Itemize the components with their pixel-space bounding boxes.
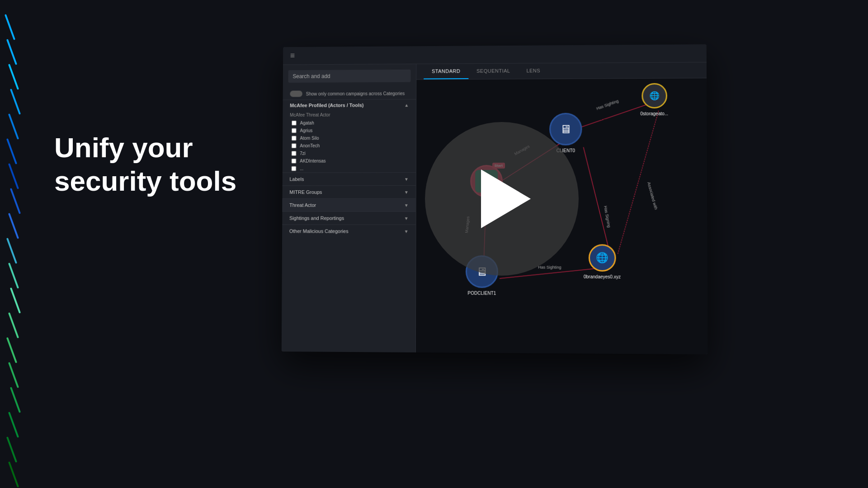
slash-line-11 [10, 287, 21, 314]
checkbox-7zi[interactable]: 7zi [283, 149, 416, 157]
node-0storageato: 🌐 0storageato... [640, 83, 668, 116]
hero-line2: security tools [54, 165, 236, 197]
slash-line-0 [5, 14, 15, 40]
edge-label-has-sighting1: Has Sighting [596, 99, 619, 111]
chevron-up-icon: ▲ [404, 103, 409, 108]
slash-line-15 [10, 387, 21, 413]
section-sightings-label: Sightings and Reportings [289, 216, 344, 221]
hero-text: Unify your security tools [54, 131, 236, 198]
checkbox-anontech-input[interactable] [292, 143, 297, 148]
tab-sequential[interactable]: SEQUENTIAL [468, 64, 518, 79]
chevron-down-malicious-icon: ▼ [404, 229, 409, 234]
slash-line-3 [10, 89, 21, 115]
checkbox-anontech[interactable]: AnonTech [283, 142, 416, 150]
slash-line-1 [6, 39, 17, 65]
section-labels-label: Labels [289, 176, 304, 182]
slash-line-17 [6, 436, 17, 463]
label-extra: ... [300, 166, 303, 171]
tab-bar: STANDARD SEQUENTIAL LENS [416, 62, 707, 80]
section-labels[interactable]: Labels ▼ [283, 172, 416, 185]
hero-line1: Unify your [54, 132, 193, 163]
edge-label-associated: Associated with [646, 182, 658, 210]
play-button[interactable] [425, 122, 579, 276]
slash-line-13 [6, 337, 17, 363]
decorative-slash-lines [0, 0, 36, 488]
checkbox-atom-silo[interactable]: Atom Silo [283, 134, 416, 142]
slash-line-18 [8, 461, 19, 488]
toggle-label: Show only common campaigns across Catego… [306, 91, 405, 96]
slash-line-8 [8, 213, 19, 239]
circle-0brandaeyes: 🌐 [588, 244, 616, 272]
node-0brandaeyes: 🌐 0brandaeyes0.xyz [584, 244, 621, 279]
slash-line-10 [8, 263, 19, 289]
panel-sidebar: Search and add Show only common campaign… [282, 64, 417, 352]
label-agatah: Agatah [300, 121, 314, 126]
node-0storageato-label: 0storageato... [640, 111, 668, 116]
0storageato-globe-icon: 🌐 [649, 91, 659, 101]
svg-line-3 [584, 147, 611, 258]
label-7zi: 7zi [300, 151, 306, 156]
checkbox-akdintensas-input[interactable] [292, 159, 297, 164]
hamburger-icon[interactable]: ≡ [290, 51, 295, 61]
edge-label-has-sighting2: Has Sighting [538, 265, 561, 269]
play-triangle-icon [481, 169, 531, 228]
client0-monitor-icon: 🖥 [560, 122, 571, 136]
checkbox-7zi-input[interactable] [292, 151, 297, 156]
label-agrius: Agrius [300, 128, 313, 133]
checkbox-agatah-input[interactable] [292, 121, 297, 126]
circle-0storageato: 🌐 [642, 83, 667, 108]
section-mcafee-label: McAfee Profiled (Actors / Tools) [290, 103, 363, 108]
slash-line-16 [8, 412, 19, 438]
checkbox-extra-input[interactable] [291, 166, 296, 171]
node-podclient1-label: PODCLIENT1 [467, 291, 496, 296]
section-malicious[interactable]: Other Malicious Categories ▼ [282, 225, 415, 238]
slash-line-7 [10, 188, 21, 214]
section-threat-actor-label: Threat Actor [289, 202, 316, 208]
tab-standard[interactable]: STANDARD [424, 64, 468, 79]
node-0brandaeyes-label: 0brandaeyes0.xyz [584, 274, 621, 279]
chevron-down-threat-icon: ▼ [404, 202, 409, 207]
slash-line-2 [8, 64, 19, 90]
slash-line-14 [8, 362, 19, 388]
search-bar[interactable]: Search and add [288, 70, 411, 83]
section-malicious-label: Other Malicious Categories [289, 228, 349, 234]
section-sightings[interactable]: Sightings and Reportings ▼ [282, 211, 415, 225]
chevron-down-mitre-icon: ▼ [404, 190, 409, 195]
slash-line-4 [8, 113, 19, 140]
checkbox-agatah[interactable]: Agatah [283, 119, 416, 127]
panel-topbar: ≡ [283, 44, 707, 65]
chevron-down-labels-icon: ▼ [404, 177, 409, 182]
slash-line-6 [8, 163, 19, 189]
label-anontech: AnonTech [300, 143, 320, 148]
toggle-row: Show only common campaigns across Catego… [283, 87, 416, 99]
checkbox-extra[interactable]: ... [283, 164, 416, 172]
checkbox-agrius[interactable]: Agrius [283, 127, 416, 135]
chevron-down-sightings-icon: ▼ [404, 216, 409, 221]
label-atom-silo: Atom Silo [300, 136, 319, 141]
subsection-mcafee-threat: McAfee Threat Actor [283, 110, 416, 119]
slash-line-12 [8, 312, 19, 338]
edge-label-has-signing: Has Signing [603, 206, 612, 228]
section-mitre-label: MITRE Groups [289, 189, 322, 195]
0brandaeyes-globe-icon: 🌐 [596, 252, 608, 264]
tab-lens[interactable]: LENS [518, 63, 548, 79]
section-mcafee[interactable]: McAfee Profiled (Actors / Tools) ▲ [283, 99, 416, 111]
toggle-switch[interactable] [290, 91, 302, 97]
circle-client0: 🖥 [549, 113, 582, 145]
slash-line-5 [6, 138, 17, 164]
checkbox-atom-silo-input[interactable] [292, 136, 297, 141]
slash-line-9 [6, 238, 17, 264]
label-akdintensas: AKDIntensas [300, 159, 326, 164]
section-mitre[interactable]: MITRE Groups ▼ [283, 185, 416, 198]
svg-line-5 [618, 111, 659, 254]
checkbox-akdintensas[interactable]: AKDIntensas [283, 157, 416, 164]
section-threat-actor[interactable]: Threat Actor ▼ [282, 198, 415, 211]
checkbox-agrius-input[interactable] [292, 128, 297, 133]
